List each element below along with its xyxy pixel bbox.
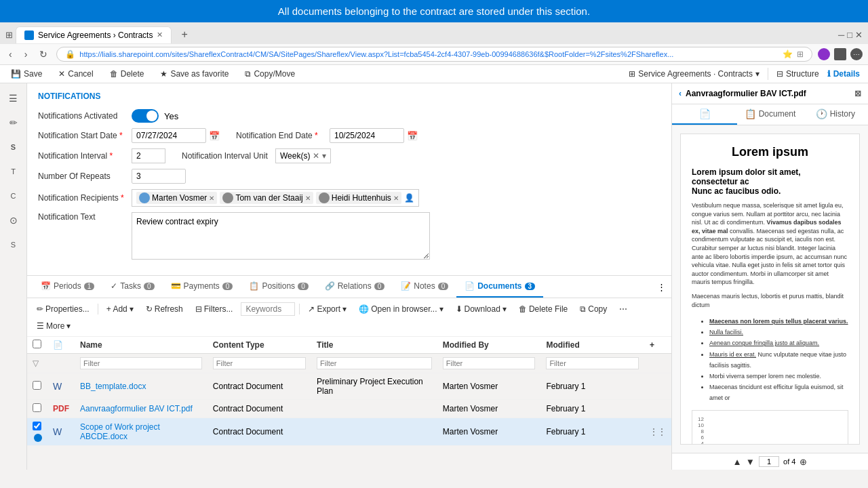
new-tab-button[interactable]: +	[174, 25, 194, 44]
filter-modified-input[interactable]	[546, 357, 639, 369]
recipients-picker-icon[interactable]: 👤	[404, 193, 414, 203]
notes-icon: 📝	[401, 281, 411, 291]
filter-modified-by-cell	[437, 354, 541, 373]
cancel-button[interactable]: ✕ Cancel	[56, 68, 96, 80]
pdf-scroll-down-button[interactable]: ▼	[746, 457, 755, 467]
forward-button[interactable]: ›	[21, 47, 31, 61]
remove-tom-icon[interactable]: ✕	[305, 195, 311, 202]
documents-count: 3	[525, 283, 536, 290]
refresh-button-docs[interactable]: ↻ Refresh	[142, 303, 187, 315]
tab-favicon	[24, 30, 34, 40]
page-number-input[interactable]	[759, 456, 779, 467]
sidebar-icon-t[interactable]: T	[4, 162, 23, 181]
rp-tab-history[interactable]: 🕐 History	[803, 104, 868, 125]
more-button[interactable]: ☰ More ▾	[33, 320, 75, 332]
sidebar-icon-bookmark[interactable]: ⊙	[4, 211, 23, 230]
export-icon: ↗	[308, 304, 315, 314]
filter-title-input[interactable]	[317, 357, 432, 369]
repeats-input[interactable]	[132, 169, 186, 184]
tab-tasks[interactable]: ✓ Tasks 0	[102, 276, 162, 298]
panel-back-icon[interactable]: ‹	[679, 89, 682, 98]
minimize-button[interactable]: ─	[838, 30, 844, 40]
remove-heidi-icon[interactable]: ✕	[393, 195, 399, 202]
sidebar-icon-menu[interactable]: ☰	[4, 89, 23, 108]
close-window-button[interactable]: ✕	[855, 30, 863, 40]
tab-positions[interactable]: 📋 Positions 0	[241, 276, 316, 298]
details-button[interactable]: ℹ Details	[827, 69, 860, 79]
tab-periods[interactable]: 📅 Periods 1	[33, 276, 102, 298]
ellipsis-button[interactable]: ⋯	[615, 303, 631, 315]
tab-documents[interactable]: 📄 Documents 3	[456, 276, 543, 298]
structure-button[interactable]: ⊟ Structure	[776, 69, 819, 79]
sidebar-icon-edit[interactable]: ✏	[4, 113, 23, 132]
pdf-zoom-button[interactable]: ⊕	[800, 457, 807, 467]
filter-modified-by-input[interactable]	[443, 357, 536, 369]
notifications-toggle[interactable]	[132, 109, 159, 123]
row-checkbox[interactable]	[33, 381, 41, 390]
rp-tab-preview[interactable]: 📄	[672, 104, 737, 125]
tab-notes[interactable]: 📝 Notes 0	[393, 276, 456, 298]
export-button[interactable]: ↗ Export ▾	[304, 303, 351, 315]
delete-button[interactable]: 🗑 Delete	[107, 68, 147, 80]
tab-close-icon[interactable]: ✕	[157, 30, 163, 39]
panel-expand-icon[interactable]: ⊠	[854, 89, 861, 98]
extensions-icon[interactable]	[834, 48, 846, 60]
filter-add-cell	[644, 354, 671, 373]
tab-more-button[interactable]: ⋮	[657, 282, 666, 292]
download-label: Download	[465, 304, 500, 314]
interval-input[interactable]	[132, 148, 165, 163]
row-checkbox[interactable]	[33, 422, 41, 430]
rp-tab-document[interactable]: 📋 Document	[737, 104, 802, 125]
interval-unit-select[interactable]: Week(s) ✕ ▾	[275, 148, 331, 163]
open-browser-button[interactable]: 🌐 Open in browser... ▾	[355, 303, 447, 315]
end-calendar-icon[interactable]: 📅	[407, 131, 418, 141]
start-calendar-icon[interactable]: 📅	[209, 131, 220, 141]
add-button[interactable]: + Add ▾	[102, 303, 138, 315]
filter-name-input[interactable]	[80, 357, 202, 369]
content-column: NOTIFICATIONS Notifications Activated Ye…	[27, 83, 671, 470]
properties-button[interactable]: ✏ Properties...	[33, 303, 94, 315]
breadcrumb-nav[interactable]: ⊞ Service Agreements · Contracts ▾	[629, 69, 760, 79]
select-chevron-icon[interactable]: ▾	[322, 151, 326, 161]
end-date-input[interactable]	[330, 128, 404, 143]
row-context-menu-icon[interactable]: ⋮⋮	[650, 427, 666, 436]
pdf-navigation: ▲ ▼ of 4 ⊕	[672, 453, 868, 470]
select-clear-icon[interactable]: ✕	[313, 151, 319, 161]
row-checkbox[interactable]	[33, 403, 41, 412]
profile-icon[interactable]	[818, 48, 830, 60]
sidebar-icon-s[interactable]: S	[4, 138, 23, 157]
filters-button[interactable]: ⊟ Filters...	[191, 303, 237, 315]
recipients-box[interactable]: Marten Vosmer ✕ Tom van der Staaij ✕ Hei…	[132, 189, 419, 207]
delete-file-button[interactable]: 🗑 Delete File	[515, 303, 572, 315]
start-date-input[interactable]	[132, 128, 206, 143]
pdf-scroll-up-button[interactable]: ▲	[733, 457, 742, 467]
delete-file-icon: 🗑	[519, 304, 527, 314]
row-name-cell[interactable]: Aanvraagformulier BAV ICT.pdf	[75, 400, 208, 418]
refresh-button[interactable]: ↻	[36, 47, 51, 61]
row-name-cell[interactable]: Scope of Work project ABCDE.docx	[75, 418, 208, 446]
url-box[interactable]: 🔒 https://lialis.sharepoint.com/sites/Sh…	[56, 47, 812, 62]
save-button[interactable]: 💾 Save	[8, 68, 45, 80]
notification-text-input[interactable]: Review contract expiry	[132, 212, 430, 260]
keywords-input[interactable]	[241, 302, 295, 316]
browser-tab[interactable]: Service Agreements › Contracts ✕	[16, 26, 172, 43]
tab-relations[interactable]: 🔗 Relations 0	[317, 276, 393, 298]
row-menu-cell[interactable]: ⋮⋮	[644, 418, 671, 446]
word-file-icon: W	[53, 426, 62, 437]
copy-move-button[interactable]: ⧉ Copy/Move	[242, 68, 298, 80]
back-button[interactable]: ‹	[5, 47, 16, 61]
sidebar-icon-s2[interactable]: S	[4, 235, 23, 254]
remove-marten-icon[interactable]: ✕	[209, 195, 214, 202]
maximize-button[interactable]: □	[847, 30, 852, 40]
settings-icon[interactable]: ⋯	[850, 48, 863, 60]
sidebar-icon-c[interactable]: C	[4, 186, 23, 205]
filter-content-type-input[interactable]	[213, 357, 306, 369]
copy-button[interactable]: ⧉ Copy	[576, 303, 611, 315]
select-all-checkbox[interactable]	[33, 340, 41, 348]
download-button[interactable]: ⬇ Download ▾	[452, 303, 511, 315]
favorite-button[interactable]: ★ Save as favorite	[157, 68, 231, 80]
col-add[interactable]: +	[644, 337, 671, 354]
window-icon[interactable]: ⊞	[5, 30, 13, 40]
row-name-cell[interactable]: BB_template.docx	[75, 373, 208, 400]
tab-payments[interactable]: 💳 Payments 0	[163, 276, 241, 298]
